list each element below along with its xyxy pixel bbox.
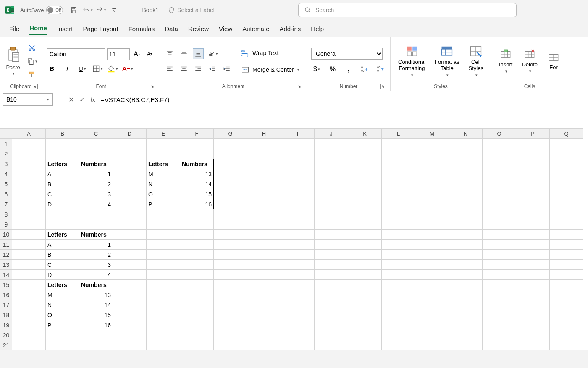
cell-I19[interactable] <box>281 320 315 330</box>
cell-C18[interactable]: 15 <box>79 310 113 320</box>
cell-B18[interactable]: O <box>46 310 79 320</box>
cell-J15[interactable] <box>315 280 348 290</box>
cell-D8[interactable] <box>113 209 147 219</box>
cell-M13[interactable] <box>415 260 449 270</box>
cell-M14[interactable] <box>415 270 449 280</box>
row-header-1[interactable]: 1 <box>0 139 12 149</box>
cell-D4[interactable] <box>113 169 147 179</box>
cell-K14[interactable] <box>348 270 382 280</box>
cell-J4[interactable] <box>315 169 348 179</box>
cell-D13[interactable] <box>113 260 147 270</box>
cancel-formula-button[interactable]: ✕ <box>66 95 76 104</box>
cell-M11[interactable] <box>415 240 449 250</box>
cell-K19[interactable] <box>348 320 382 330</box>
orientation-button[interactable]: ab▾ <box>207 48 218 59</box>
cell-H4[interactable] <box>247 169 281 179</box>
cell-Q9[interactable] <box>550 219 583 230</box>
cell-A16[interactable] <box>12 290 46 300</box>
cell-K3[interactable] <box>348 159 382 169</box>
cell-B19[interactable]: P <box>46 320 79 330</box>
cell-A4[interactable] <box>12 169 46 179</box>
comma-format-button[interactable]: , <box>343 64 354 75</box>
cell-J21[interactable] <box>315 340 348 350</box>
cell-D11[interactable] <box>113 240 147 250</box>
cell-E18[interactable] <box>147 310 180 320</box>
cell-F18[interactable] <box>180 310 214 320</box>
cell-Q1[interactable] <box>550 139 583 149</box>
cell-N11[interactable] <box>449 240 483 250</box>
cell-N21[interactable] <box>449 340 483 350</box>
cell-C21[interactable] <box>79 340 113 350</box>
cell-K16[interactable] <box>348 290 382 300</box>
cell-N13[interactable] <box>449 260 483 270</box>
cell-F17[interactable] <box>180 300 214 310</box>
cell-C8[interactable] <box>79 209 113 219</box>
cell-C1[interactable] <box>79 139 113 149</box>
qat-more-button[interactable] <box>108 4 120 16</box>
cell-P15[interactable] <box>516 280 550 290</box>
borders-button[interactable]: ▾ <box>92 63 103 74</box>
cell-G18[interactable] <box>214 310 247 320</box>
cell-L11[interactable] <box>382 240 415 250</box>
cell-L19[interactable] <box>382 320 415 330</box>
row-header-16[interactable]: 16 <box>0 290 12 300</box>
cell-I6[interactable] <box>281 189 315 199</box>
paste-button[interactable]: Paste ▾ <box>4 45 22 77</box>
cell-A18[interactable] <box>12 310 46 320</box>
cell-E10[interactable] <box>147 230 180 240</box>
cell-G19[interactable] <box>214 320 247 330</box>
cell-G10[interactable] <box>214 230 247 240</box>
cell-N5[interactable] <box>449 179 483 189</box>
cell-E3[interactable]: Letters <box>147 159 180 169</box>
format-painter-button[interactable] <box>26 69 38 80</box>
cell-E20[interactable] <box>147 330 180 340</box>
cell-I1[interactable] <box>281 139 315 149</box>
col-header-C[interactable]: C <box>79 129 113 139</box>
cell-K21[interactable] <box>348 340 382 350</box>
cell-B2[interactable] <box>46 149 79 159</box>
cell-P10[interactable] <box>516 230 550 240</box>
cell-K13[interactable] <box>348 260 382 270</box>
cell-O1[interactable] <box>483 139 516 149</box>
cell-L18[interactable] <box>382 310 415 320</box>
tab-insert[interactable]: Insert <box>57 23 73 35</box>
toggle-switch[interactable]: Off <box>46 6 63 14</box>
increase-decimal-button[interactable]: .0.00 <box>359 64 370 75</box>
cell-E8[interactable] <box>147 209 180 219</box>
cell-K12[interactable] <box>348 250 382 260</box>
col-header-N[interactable]: N <box>449 129 483 139</box>
cell-L10[interactable] <box>382 230 415 240</box>
cell-F20[interactable] <box>180 330 214 340</box>
align-bottom-button[interactable] <box>193 48 204 59</box>
cell-F1[interactable] <box>180 139 214 149</box>
row-header-17[interactable]: 17 <box>0 300 12 310</box>
cell-E1[interactable] <box>147 139 180 149</box>
cell-E11[interactable] <box>147 240 180 250</box>
cell-N9[interactable] <box>449 219 483 230</box>
cell-K11[interactable] <box>348 240 382 250</box>
cell-styles-button[interactable]: Cell Styles▾ <box>465 43 487 79</box>
cell-N14[interactable] <box>449 270 483 280</box>
col-header-B[interactable]: B <box>46 129 79 139</box>
cell-E2[interactable] <box>147 149 180 159</box>
cell-A6[interactable] <box>12 189 46 199</box>
cell-K20[interactable] <box>348 330 382 340</box>
row-header-12[interactable]: 12 <box>0 250 12 260</box>
cell-N3[interactable] <box>449 159 483 169</box>
select-all-corner[interactable] <box>0 129 12 139</box>
cell-M7[interactable] <box>415 199 449 209</box>
cell-L14[interactable] <box>382 270 415 280</box>
cell-F21[interactable] <box>180 340 214 350</box>
cell-B13[interactable]: C <box>46 260 79 270</box>
fill-color-button[interactable]: ▾ <box>107 63 118 74</box>
cell-H1[interactable] <box>247 139 281 149</box>
cell-B10[interactable]: Letters <box>46 230 79 240</box>
row-header-2[interactable]: 2 <box>0 149 12 159</box>
cell-O14[interactable] <box>483 270 516 280</box>
cell-Q3[interactable] <box>550 159 583 169</box>
cell-G3[interactable] <box>214 159 247 169</box>
cell-B11[interactable]: A <box>46 240 79 250</box>
align-left-button[interactable] <box>164 63 175 74</box>
col-header-F[interactable]: F <box>180 129 214 139</box>
cell-O8[interactable] <box>483 209 516 219</box>
